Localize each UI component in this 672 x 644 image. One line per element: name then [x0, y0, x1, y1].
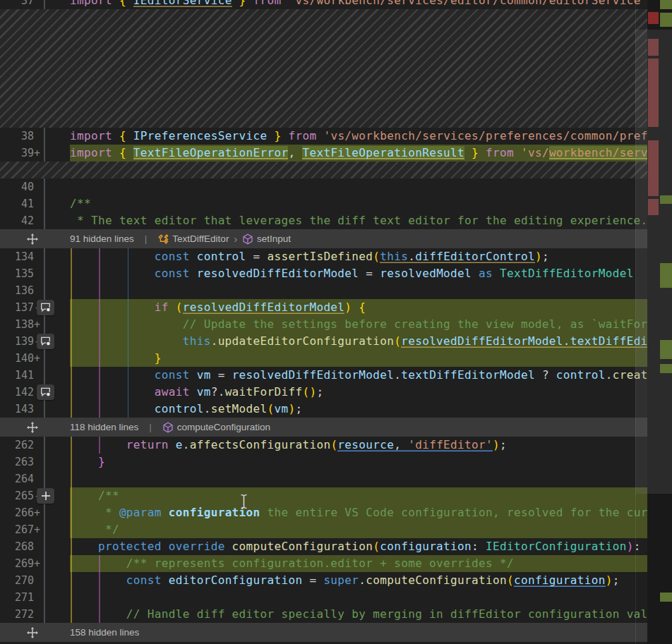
hidden-lines-separator[interactable]: 158 hidden lines: [0, 623, 647, 642]
code-line[interactable]: 37import { IEditorService } from 'vs/wor…: [0, 0, 647, 9]
line-number[interactable]: 138: [0, 318, 34, 331]
code-line[interactable]: 141 const vm = resolvedDiffEditorModel.t…: [0, 367, 647, 384]
code-line[interactable]: 269+ /** represents configuration.editor…: [0, 555, 647, 572]
code-content[interactable]: import { IEditorService } from 'vs/workb…: [70, 0, 647, 9]
comment-thread-button[interactable]: [37, 300, 54, 315]
code-content[interactable]: * @param configuration the entire VS Cod…: [70, 504, 647, 521]
code-content[interactable]: /**: [70, 487, 647, 504]
code-content[interactable]: import { TextFileOperationError, TextFil…: [70, 145, 647, 162]
code-line[interactable]: 272 // Handle diff editor specially by m…: [0, 606, 647, 623]
line-number[interactable]: 41: [0, 198, 34, 210]
code-content[interactable]: * The text editor that leverages the dif…: [70, 212, 647, 229]
code-content[interactable]: [70, 589, 647, 606]
code-content[interactable]: [70, 282, 647, 299]
code-content[interactable]: const control = assertIsDefined(this.dif…: [70, 248, 647, 265]
breadcrumb-item[interactable]: TextDiffEditor: [157, 233, 229, 245]
token: from: [479, 146, 521, 159]
code-content[interactable]: return e.affectsConfiguration(resource, …: [70, 437, 647, 454]
token: .: [183, 438, 190, 451]
hidden-lines-separator[interactable]: 118 hidden lines|computeConfiguration: [0, 418, 647, 437]
comment-thread-button[interactable]: [37, 384, 54, 400]
code-content[interactable]: this.updateEditorConfiguration(resolvedD…: [70, 333, 647, 350]
code-content[interactable]: [70, 178, 647, 195]
code-line[interactable]: 142 await vm?.waitForDiff();: [0, 384, 647, 401]
comment-thread-button[interactable]: [37, 334, 54, 349]
expand-icon[interactable]: [27, 422, 38, 433]
line-number[interactable]: 143: [0, 403, 34, 415]
code-line[interactable]: 263 }: [0, 454, 647, 470]
line-number[interactable]: 270: [0, 574, 34, 587]
code-line[interactable]: 138+ // Update the settings before creat…: [0, 316, 647, 333]
code-content[interactable]: protected override computeConfiguration(…: [70, 538, 647, 555]
code-content[interactable]: */: [70, 521, 647, 538]
code-line[interactable]: 267+ */: [0, 521, 647, 538]
code-content[interactable]: await vm?.waitForDiff();: [70, 384, 647, 401]
code-content[interactable]: [70, 470, 647, 487]
code-content[interactable]: const vm = resolvedDiffEditorModel.textD…: [70, 367, 647, 384]
token: (: [268, 402, 275, 415]
code-line[interactable]: 42 * The text editor that leverages the …: [0, 212, 647, 229]
code-line[interactable]: 39+import { TextFileOperationError, Text…: [0, 145, 647, 162]
code-content[interactable]: /**: [70, 195, 647, 212]
code-content[interactable]: import { IPreferencesService } from 'vs/…: [70, 128, 647, 145]
code-line[interactable]: 41/**: [0, 195, 647, 212]
line-number[interactable]: 140: [0, 352, 34, 365]
line-number[interactable]: 139: [0, 335, 34, 348]
line-number[interactable]: 264: [0, 473, 34, 485]
line-number[interactable]: 142: [0, 386, 34, 399]
line-number[interactable]: 42: [0, 214, 34, 227]
expand-icon[interactable]: [27, 627, 38, 638]
line-number[interactable]: 37: [0, 0, 34, 7]
code-line[interactable]: 271: [0, 589, 647, 606]
line-number[interactable]: 271: [0, 591, 34, 604]
code-content[interactable]: }: [70, 454, 647, 470]
line-number[interactable]: 39: [0, 147, 34, 159]
separator-pipe: |: [149, 422, 152, 432]
code-line[interactable]: 270 const editorConfiguration = super.co…: [0, 572, 647, 589]
code-line[interactable]: 134 const control = assertIsDefined(this…: [0, 248, 647, 265]
code-line[interactable]: 265- /**: [0, 487, 647, 504]
code-line[interactable]: 268 protected override computeConfigurat…: [0, 538, 647, 555]
line-number[interactable]: 136: [0, 284, 34, 297]
code-line[interactable]: 137- if (resolvedDiffEditorModel) {: [0, 299, 647, 316]
code-area[interactable]: 37import { IEditorService } from 'vs/wor…: [0, 0, 647, 642]
code-content[interactable]: const editorConfiguration = super.comput…: [70, 572, 647, 589]
line-number[interactable]: 269: [0, 557, 34, 570]
code-line[interactable]: 135 const resolvedDiffEditorModel = reso…: [0, 265, 647, 282]
line-number[interactable]: 135: [0, 267, 34, 280]
code-line[interactable]: 136: [0, 282, 647, 299]
line-number[interactable]: 263: [0, 456, 34, 468]
code-content[interactable]: // Update the settings before creating t…: [70, 316, 647, 333]
line-number[interactable]: 38: [0, 130, 34, 142]
line-number[interactable]: 137: [0, 301, 34, 314]
code-content[interactable]: }: [70, 350, 647, 367]
line-number[interactable]: 268: [0, 540, 34, 553]
line-number[interactable]: 265: [0, 490, 34, 502]
code-content[interactable]: // Handle diff editor specially by mergi…: [70, 606, 647, 623]
code-content[interactable]: const resolvedDiffEditorModel = resolved…: [70, 265, 647, 282]
line-number[interactable]: 262: [0, 439, 34, 451]
line-number[interactable]: 40: [0, 181, 34, 193]
expand-icon[interactable]: [27, 233, 38, 245]
code-content[interactable]: if (resolvedDiffEditorModel) {: [70, 299, 647, 316]
hidden-lines-separator[interactable]: 91 hidden lines|TextDiffEditor›setInput: [0, 229, 647, 248]
line-number[interactable]: 134: [0, 250, 34, 263]
code-line[interactable]: 143 control.setModel(vm);: [0, 401, 647, 418]
line-number[interactable]: 267: [0, 523, 34, 536]
plus-icon: [41, 491, 51, 501]
breadcrumb-item[interactable]: setInput: [242, 233, 291, 245]
code-line[interactable]: 262 return e.affectsConfiguration(resour…: [0, 437, 647, 454]
code-line[interactable]: 38import { IPreferencesService } from 'v…: [0, 128, 647, 145]
add-comment-button[interactable]: [37, 488, 54, 504]
code-content[interactable]: /** represents configuration.editor + so…: [70, 555, 647, 572]
line-number[interactable]: 272: [0, 608, 34, 621]
code-line[interactable]: 140+ }: [0, 350, 647, 367]
line-number[interactable]: 266: [0, 506, 34, 519]
code-line[interactable]: 266+ * @param configuration the entire V…: [0, 504, 647, 521]
code-line[interactable]: 264: [0, 470, 647, 487]
line-number[interactable]: 141: [0, 369, 34, 382]
code-line[interactable]: 139- this.updateEditorConfiguration(reso…: [0, 333, 647, 350]
code-content[interactable]: control.setModel(vm);: [70, 401, 647, 418]
breadcrumb-item[interactable]: computeConfiguration: [162, 422, 270, 433]
code-line[interactable]: 40: [0, 178, 647, 195]
